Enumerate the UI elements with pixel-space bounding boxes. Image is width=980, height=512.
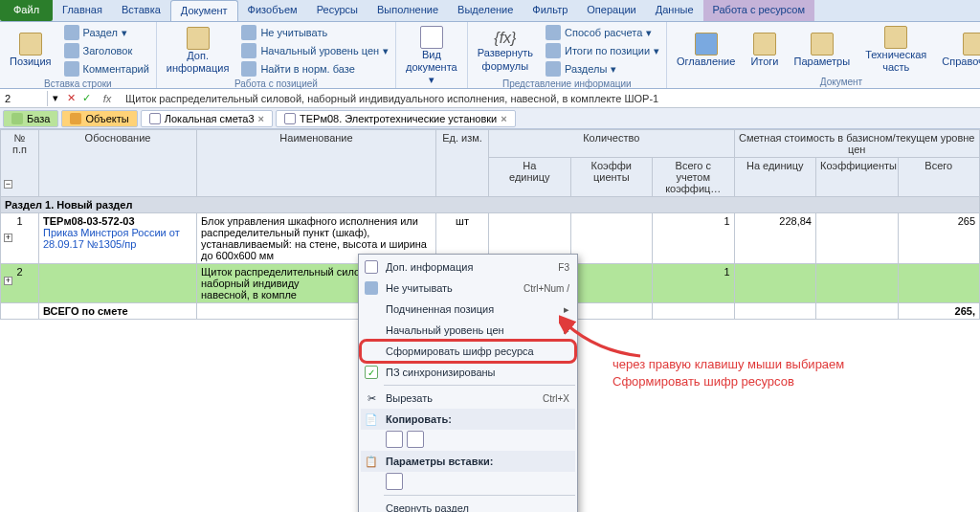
calc-icon: [546, 25, 561, 40]
ctx-copy-options[interactable]: [361, 430, 575, 451]
info-icon: [187, 27, 210, 50]
ctx-paste[interactable]: 📋Параметры вставки:: [361, 451, 575, 472]
tab-resources[interactable]: Ресурсы: [307, 0, 368, 21]
tab-baza[interactable]: База: [3, 110, 58, 127]
row-icon: [19, 33, 42, 56]
col-cost: Сметная стоимость в базисном/текущем уро…: [734, 130, 980, 158]
tab-file[interactable]: Файл: [0, 0, 53, 21]
tab-ops[interactable]: Операции: [577, 0, 645, 21]
search-icon: [241, 61, 256, 77]
close-icon[interactable]: ×: [258, 113, 264, 124]
view-icon: [420, 26, 443, 49]
group-title: Представление информации: [472, 78, 662, 89]
btn-calcmethod[interactable]: Способ расчета ▾: [543, 24, 662, 41]
folder-icon: [70, 113, 81, 124]
btn-sections[interactable]: Разделы ▾: [543, 60, 662, 78]
expander[interactable]: −: [4, 180, 12, 189]
btn-posresults[interactable]: Итоги по позиции ▾: [543, 42, 662, 59]
col-qty: Количество: [489, 130, 735, 158]
tab-filter[interactable]: Фильтр: [523, 0, 577, 21]
fx-value[interactable]: Щиток распределительный силовой, наборны…: [121, 91, 980, 106]
ignore-icon: [241, 25, 256, 40]
btn-position[interactable]: Позиция: [4, 31, 57, 70]
level-icon: [241, 43, 256, 58]
ribbon-tabs: Файл Главная Вставка Документ Физобъем Р…: [0, 0, 980, 22]
doc-icon: [149, 113, 161, 124]
tab-insert[interactable]: Вставка: [112, 0, 170, 21]
tab-exec[interactable]: Выполнение: [368, 0, 448, 21]
btn-tech[interactable]: Техническая часть: [859, 24, 932, 76]
params-icon: [811, 33, 834, 56]
ctx-gen-code[interactable]: Сформировать шифр ресурса: [361, 341, 575, 362]
refs-icon: [963, 33, 980, 56]
btn-view[interactable]: Вид документа ▾: [400, 24, 463, 89]
context-menu: Доп. информацияF3 Не учитыватьCtrl+Num /…: [358, 254, 578, 512]
doc-icon: [284, 113, 296, 124]
btn-addinfo[interactable]: Доп. информация: [161, 25, 235, 77]
ctx-ignore[interactable]: Не учитыватьCtrl+Num /: [361, 278, 575, 299]
totals-icon: [753, 33, 776, 56]
header-icon: [64, 43, 79, 58]
tab-objects[interactable]: Объекты: [61, 110, 137, 127]
ctx-cut[interactable]: ✂ВырезатьCtrl+X: [361, 388, 575, 409]
results-icon: [546, 43, 561, 58]
btn-initlevel[interactable]: Начальный уровень цен ▾: [238, 42, 391, 59]
group-title: Вставка строки: [4, 78, 152, 89]
comment-icon: [64, 61, 79, 77]
paste-icon: 📋: [363, 456, 380, 468]
close-icon[interactable]: ×: [501, 113, 506, 124]
tab-work-resource[interactable]: Работа с ресурсом: [703, 0, 814, 21]
group-title: Работа с позицией: [161, 78, 391, 89]
tech-icon: [884, 26, 907, 49]
btn-comment[interactable]: Комментарий: [61, 60, 152, 78]
doc-tabs: База Объекты Локальная смета3× ТЕРм08. Э…: [0, 108, 980, 129]
btn-totals[interactable]: Итоги: [745, 31, 784, 70]
ctx-info[interactable]: Доп. информацияF3: [361, 256, 575, 278]
scissors-icon: ✂: [363, 392, 380, 405]
order-link[interactable]: Приказ Минстроя России от 28.09.17 №1305…: [43, 227, 180, 250]
col-name: Наименование: [197, 130, 436, 197]
tab-ter[interactable]: ТЕРм08. Электротехнические установки×: [276, 110, 516, 127]
toc-icon: [695, 33, 718, 56]
fx-label: fx: [94, 93, 121, 104]
db-icon: [11, 113, 23, 124]
btn-ignore[interactable]: Не учитывать: [238, 24, 391, 41]
section-row[interactable]: Раздел 1. Новый раздел: [1, 197, 980, 213]
ribbon: Позиция Раздел ▾ Заголовок Комментарий В…: [0, 22, 980, 89]
ctx-paste-options[interactable]: [361, 472, 575, 493]
tab-estimate[interactable]: Локальная смета3×: [141, 110, 273, 127]
col-ed: Ед. изм.: [436, 130, 489, 197]
btn-expand[interactable]: {fx}Развернуть формулы: [472, 27, 539, 75]
btn-toc[interactable]: Оглавление: [671, 31, 741, 70]
ctx-sub[interactable]: Подчиненная позиция▸: [361, 299, 575, 320]
col-obo: Обоснование: [39, 130, 197, 197]
ignore-icon: [365, 281, 378, 295]
btn-find[interactable]: Найти в норм. базе: [238, 60, 391, 78]
tab-main[interactable]: Главная: [53, 0, 112, 21]
formula-bar: 2 ▾ ✕ ✓ fx Щиток распределительный силов…: [0, 89, 980, 108]
btn-section[interactable]: Раздел ▾: [61, 24, 152, 41]
tab-select[interactable]: Выделение: [448, 0, 523, 21]
cell-ref[interactable]: 2: [0, 91, 48, 106]
btn-params[interactable]: Параметры: [788, 31, 856, 70]
ctx-init[interactable]: Начальный уровень цен▸: [361, 320, 575, 341]
ctx-collapse[interactable]: Свернуть раздел: [361, 498, 575, 512]
ctx-pzsync[interactable]: ПЗ синхронизированы: [361, 362, 575, 383]
group-title: Документ: [671, 76, 980, 87]
tab-phys[interactable]: Физобъем: [238, 0, 307, 21]
ctx-copy[interactable]: 📄Копировать:: [361, 409, 575, 430]
tab-data[interactable]: Данные: [646, 0, 703, 21]
tab-document[interactable]: Документ: [170, 0, 238, 21]
section-icon: [64, 25, 79, 40]
check-icon: [365, 366, 378, 379]
annotation-text: через правую клавишу мыши выбираем Сформ…: [612, 356, 844, 390]
copy-icon: 📄: [363, 413, 380, 426]
expander[interactable]: +: [4, 234, 12, 242]
btn-header[interactable]: Заголовок: [61, 42, 152, 59]
expander[interactable]: +: [4, 277, 12, 285]
sections-icon: [546, 61, 561, 77]
info-icon: [365, 260, 378, 274]
btn-refs[interactable]: Справочники: [936, 31, 980, 70]
